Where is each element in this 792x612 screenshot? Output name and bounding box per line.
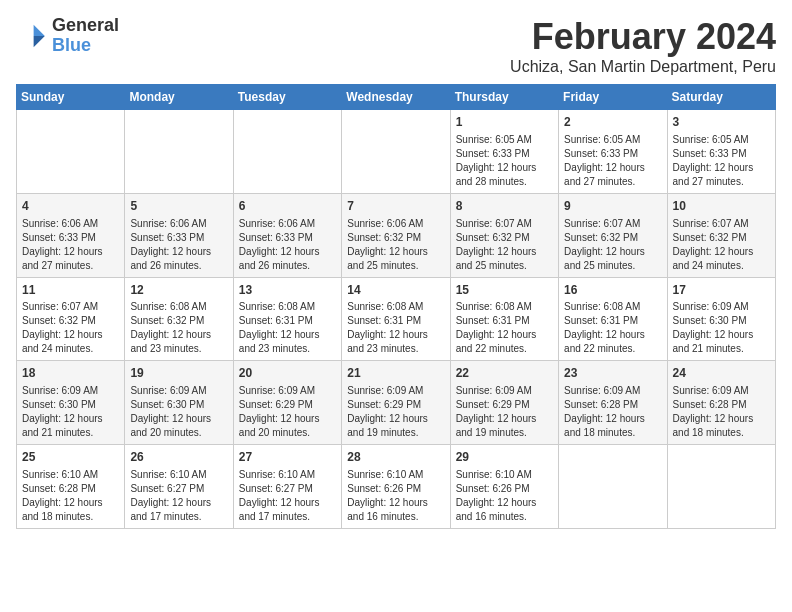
day-number: 9 <box>564 198 661 215</box>
cell-info: Sunrise: 6:09 AM Sunset: 6:29 PM Dayligh… <box>456 384 553 440</box>
cell-info: Sunrise: 6:07 AM Sunset: 6:32 PM Dayligh… <box>22 300 119 356</box>
day-number: 13 <box>239 282 336 299</box>
calendar-cell: 8Sunrise: 6:07 AM Sunset: 6:32 PM Daylig… <box>450 193 558 277</box>
calendar-cell: 6Sunrise: 6:06 AM Sunset: 6:33 PM Daylig… <box>233 193 341 277</box>
calendar-cell <box>125 110 233 194</box>
cell-info: Sunrise: 6:10 AM Sunset: 6:26 PM Dayligh… <box>347 468 444 524</box>
day-number: 29 <box>456 449 553 466</box>
weekday-header-thursday: Thursday <box>450 85 558 110</box>
day-number: 25 <box>22 449 119 466</box>
day-number: 10 <box>673 198 770 215</box>
main-title: February 2024 <box>510 16 776 58</box>
calendar-cell: 3Sunrise: 6:05 AM Sunset: 6:33 PM Daylig… <box>667 110 775 194</box>
day-number: 8 <box>456 198 553 215</box>
calendar-week-1: 1Sunrise: 6:05 AM Sunset: 6:33 PM Daylig… <box>17 110 776 194</box>
weekday-header-wednesday: Wednesday <box>342 85 450 110</box>
calendar-cell: 22Sunrise: 6:09 AM Sunset: 6:29 PM Dayli… <box>450 361 558 445</box>
calendar-cell: 24Sunrise: 6:09 AM Sunset: 6:28 PM Dayli… <box>667 361 775 445</box>
calendar-cell: 18Sunrise: 6:09 AM Sunset: 6:30 PM Dayli… <box>17 361 125 445</box>
cell-info: Sunrise: 6:09 AM Sunset: 6:28 PM Dayligh… <box>564 384 661 440</box>
calendar-cell: 28Sunrise: 6:10 AM Sunset: 6:26 PM Dayli… <box>342 445 450 529</box>
cell-info: Sunrise: 6:05 AM Sunset: 6:33 PM Dayligh… <box>564 133 661 189</box>
logo-icon <box>16 20 48 52</box>
day-number: 7 <box>347 198 444 215</box>
calendar-cell <box>233 110 341 194</box>
cell-info: Sunrise: 6:07 AM Sunset: 6:32 PM Dayligh… <box>673 217 770 273</box>
calendar-cell: 16Sunrise: 6:08 AM Sunset: 6:31 PM Dayli… <box>559 277 667 361</box>
calendar-cell: 2Sunrise: 6:05 AM Sunset: 6:33 PM Daylig… <box>559 110 667 194</box>
title-area: February 2024 Uchiza, San Martin Departm… <box>510 16 776 76</box>
day-number: 14 <box>347 282 444 299</box>
calendar-cell <box>342 110 450 194</box>
calendar-cell: 5Sunrise: 6:06 AM Sunset: 6:33 PM Daylig… <box>125 193 233 277</box>
day-number: 22 <box>456 365 553 382</box>
calendar-cell: 4Sunrise: 6:06 AM Sunset: 6:33 PM Daylig… <box>17 193 125 277</box>
day-number: 19 <box>130 365 227 382</box>
weekday-header-saturday: Saturday <box>667 85 775 110</box>
calendar-cell: 23Sunrise: 6:09 AM Sunset: 6:28 PM Dayli… <box>559 361 667 445</box>
logo: General Blue <box>16 16 119 56</box>
day-number: 27 <box>239 449 336 466</box>
cell-info: Sunrise: 6:09 AM Sunset: 6:29 PM Dayligh… <box>347 384 444 440</box>
day-number: 21 <box>347 365 444 382</box>
calendar-cell: 21Sunrise: 6:09 AM Sunset: 6:29 PM Dayli… <box>342 361 450 445</box>
weekday-header-friday: Friday <box>559 85 667 110</box>
cell-info: Sunrise: 6:07 AM Sunset: 6:32 PM Dayligh… <box>564 217 661 273</box>
weekday-header-monday: Monday <box>125 85 233 110</box>
calendar-cell: 1Sunrise: 6:05 AM Sunset: 6:33 PM Daylig… <box>450 110 558 194</box>
calendar-cell: 11Sunrise: 6:07 AM Sunset: 6:32 PM Dayli… <box>17 277 125 361</box>
calendar-cell: 14Sunrise: 6:08 AM Sunset: 6:31 PM Dayli… <box>342 277 450 361</box>
header: General Blue February 2024 Uchiza, San M… <box>16 16 776 76</box>
cell-info: Sunrise: 6:05 AM Sunset: 6:33 PM Dayligh… <box>673 133 770 189</box>
calendar-cell: 25Sunrise: 6:10 AM Sunset: 6:28 PM Dayli… <box>17 445 125 529</box>
calendar-week-3: 11Sunrise: 6:07 AM Sunset: 6:32 PM Dayli… <box>17 277 776 361</box>
calendar-cell: 17Sunrise: 6:09 AM Sunset: 6:30 PM Dayli… <box>667 277 775 361</box>
cell-info: Sunrise: 6:09 AM Sunset: 6:30 PM Dayligh… <box>130 384 227 440</box>
cell-info: Sunrise: 6:09 AM Sunset: 6:28 PM Dayligh… <box>673 384 770 440</box>
cell-info: Sunrise: 6:10 AM Sunset: 6:26 PM Dayligh… <box>456 468 553 524</box>
calendar-week-2: 4Sunrise: 6:06 AM Sunset: 6:33 PM Daylig… <box>17 193 776 277</box>
cell-info: Sunrise: 6:06 AM Sunset: 6:32 PM Dayligh… <box>347 217 444 273</box>
calendar-week-4: 18Sunrise: 6:09 AM Sunset: 6:30 PM Dayli… <box>17 361 776 445</box>
calendar-cell: 19Sunrise: 6:09 AM Sunset: 6:30 PM Dayli… <box>125 361 233 445</box>
svg-marker-1 <box>34 36 45 47</box>
calendar-cell <box>17 110 125 194</box>
cell-info: Sunrise: 6:08 AM Sunset: 6:32 PM Dayligh… <box>130 300 227 356</box>
cell-info: Sunrise: 6:05 AM Sunset: 6:33 PM Dayligh… <box>456 133 553 189</box>
day-number: 28 <box>347 449 444 466</box>
cell-info: Sunrise: 6:09 AM Sunset: 6:30 PM Dayligh… <box>673 300 770 356</box>
day-number: 5 <box>130 198 227 215</box>
cell-info: Sunrise: 6:08 AM Sunset: 6:31 PM Dayligh… <box>456 300 553 356</box>
cell-info: Sunrise: 6:10 AM Sunset: 6:28 PM Dayligh… <box>22 468 119 524</box>
calendar-cell: 15Sunrise: 6:08 AM Sunset: 6:31 PM Dayli… <box>450 277 558 361</box>
calendar-cell: 13Sunrise: 6:08 AM Sunset: 6:31 PM Dayli… <box>233 277 341 361</box>
day-number: 20 <box>239 365 336 382</box>
calendar-cell: 9Sunrise: 6:07 AM Sunset: 6:32 PM Daylig… <box>559 193 667 277</box>
cell-info: Sunrise: 6:08 AM Sunset: 6:31 PM Dayligh… <box>239 300 336 356</box>
day-number: 18 <box>22 365 119 382</box>
cell-info: Sunrise: 6:06 AM Sunset: 6:33 PM Dayligh… <box>22 217 119 273</box>
day-number: 23 <box>564 365 661 382</box>
svg-marker-0 <box>34 25 45 36</box>
cell-info: Sunrise: 6:08 AM Sunset: 6:31 PM Dayligh… <box>564 300 661 356</box>
calendar-cell: 20Sunrise: 6:09 AM Sunset: 6:29 PM Dayli… <box>233 361 341 445</box>
calendar-cell: 7Sunrise: 6:06 AM Sunset: 6:32 PM Daylig… <box>342 193 450 277</box>
day-number: 26 <box>130 449 227 466</box>
calendar-cell: 26Sunrise: 6:10 AM Sunset: 6:27 PM Dayli… <box>125 445 233 529</box>
weekday-header-sunday: Sunday <box>17 85 125 110</box>
calendar-cell: 12Sunrise: 6:08 AM Sunset: 6:32 PM Dayli… <box>125 277 233 361</box>
calendar-cell <box>667 445 775 529</box>
cell-info: Sunrise: 6:09 AM Sunset: 6:30 PM Dayligh… <box>22 384 119 440</box>
cell-info: Sunrise: 6:06 AM Sunset: 6:33 PM Dayligh… <box>239 217 336 273</box>
subtitle: Uchiza, San Martin Department, Peru <box>510 58 776 76</box>
cell-info: Sunrise: 6:07 AM Sunset: 6:32 PM Dayligh… <box>456 217 553 273</box>
day-number: 6 <box>239 198 336 215</box>
day-number: 17 <box>673 282 770 299</box>
day-number: 12 <box>130 282 227 299</box>
cell-info: Sunrise: 6:09 AM Sunset: 6:29 PM Dayligh… <box>239 384 336 440</box>
day-number: 4 <box>22 198 119 215</box>
calendar-cell <box>559 445 667 529</box>
calendar-cell: 29Sunrise: 6:10 AM Sunset: 6:26 PM Dayli… <box>450 445 558 529</box>
day-number: 2 <box>564 114 661 131</box>
day-number: 24 <box>673 365 770 382</box>
